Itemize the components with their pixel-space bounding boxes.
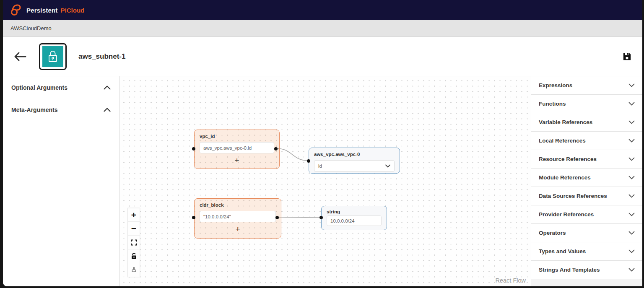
node-title: vpc_id — [195, 130, 279, 139]
accordion-data-sources-references[interactable]: Data Sources References — [531, 187, 642, 205]
resource-type-badge — [39, 43, 67, 70]
node-vpc-id[interactable]: vpc_id + — [194, 130, 280, 169]
handle-left[interactable] — [192, 147, 195, 150]
lock-icon — [42, 46, 63, 67]
node-title: aws_vpc.aws_vpc-0 — [309, 148, 400, 157]
references-panel: Expressions Functions Variable Reference… — [531, 76, 642, 286]
accordion-expressions[interactable]: Expressions — [531, 76, 642, 95]
accordion-label: Provider References — [539, 211, 594, 218]
edges-layer — [119, 76, 530, 286]
plus-icon: + — [131, 211, 136, 219]
accordion-strings-and-templates[interactable]: Strings And Templates — [531, 261, 642, 279]
chevron-down-icon — [628, 231, 635, 235]
chevron-down-icon — [628, 194, 635, 198]
arrow-left-icon — [14, 52, 26, 62]
selected-attribute: id — [318, 163, 322, 169]
handle-left[interactable] — [307, 159, 310, 163]
accordion-label: Module References — [539, 174, 591, 181]
brush-icon — [131, 267, 137, 273]
save-button[interactable] — [621, 51, 632, 62]
chevron-down-icon — [628, 268, 635, 272]
main-area: Optional Arguments Meta-Arguments vpc_id — [3, 76, 642, 286]
accordion-resource-references[interactable]: Resource References — [531, 150, 642, 169]
accordion-label: Resource References — [539, 156, 597, 162]
brand-name: Persistent — [26, 7, 58, 14]
handle-left[interactable] — [319, 216, 323, 219]
resource-header: aws_subnet-1 — [3, 37, 642, 76]
node-title: cidr_block — [195, 199, 281, 208]
arguments-panel: Optional Arguments Meta-Arguments — [3, 76, 119, 286]
toggle-interactivity-button[interactable] — [127, 249, 140, 263]
section-label: Optional Arguments — [11, 84, 68, 91]
accordion-variable-references[interactable]: Variable References — [531, 113, 642, 132]
section-optional-arguments[interactable]: Optional Arguments — [3, 76, 119, 99]
accordion-label: Strings And Templates — [539, 267, 600, 273]
chevron-down-icon — [628, 157, 635, 161]
accordion-types-and-values[interactable]: Types and Values — [531, 242, 642, 261]
accordion-provider-references[interactable]: Provider References — [531, 205, 642, 224]
zoom-in-button[interactable]: + — [127, 208, 140, 222]
chevron-down-icon — [628, 139, 635, 143]
accordion-functions[interactable]: Functions — [531, 95, 642, 113]
handle-right[interactable] — [275, 216, 279, 219]
accordion-local-references[interactable]: Local References — [531, 132, 642, 150]
chevron-down-icon — [628, 176, 635, 179]
clear-canvas-button[interactable] — [127, 263, 140, 277]
handle-left[interactable] — [192, 216, 195, 219]
add-connection-button[interactable]: + — [195, 156, 279, 165]
accordion-label: Expressions — [539, 82, 572, 88]
node-cidr-block[interactable]: cidr_block + — [194, 198, 281, 239]
app-window: Persistent PiCloud AWSCloudDemo aws_subn… — [3, 0, 642, 286]
page-title: aws_subnet-1 — [78, 52, 125, 61]
vpc-id-value-input[interactable] — [200, 142, 274, 153]
chevron-up-icon — [104, 86, 111, 90]
product-name: PiCloud — [61, 7, 85, 14]
section-meta-arguments[interactable]: Meta-Arguments — [3, 99, 119, 121]
accordion-label: Data Sources References — [539, 193, 607, 199]
cidr-block-value-input[interactable] — [200, 211, 276, 222]
node-aws-vpc-resource[interactable]: aws_vpc.aws_vpc-0 id — [309, 148, 400, 174]
chevron-down-icon — [628, 102, 635, 106]
node-title: string — [322, 206, 387, 214]
floppy-disk-icon — [622, 52, 632, 61]
section-label: Meta-Arguments — [11, 106, 57, 113]
chevron-down-icon — [628, 213, 635, 216]
fit-view-button[interactable] — [127, 236, 140, 249]
accordion-module-references[interactable]: Module References — [531, 169, 642, 187]
react-flow-attribution[interactable]: React Flow — [495, 277, 526, 284]
attribute-select[interactable]: id — [314, 160, 395, 172]
flow-controls: + − — [127, 208, 140, 277]
accordion-label: Variable References — [539, 119, 592, 125]
panel-filler — [531, 279, 642, 286]
persistent-logo-icon — [10, 3, 22, 17]
accordion-label: Types and Values — [539, 248, 586, 254]
accordion-label: Functions — [539, 101, 566, 107]
fit-view-icon — [131, 239, 137, 246]
edge-vpcid-to-resource[interactable] — [276, 148, 308, 161]
node-string[interactable]: string — [321, 206, 387, 230]
handle-right[interactable] — [274, 147, 278, 150]
top-bar: Persistent PiCloud — [3, 0, 642, 20]
flow-canvas[interactable]: vpc_id + aws_vpc.aws_vpc-0 id cid — [119, 76, 531, 286]
chevron-down-icon — [628, 83, 635, 87]
unlock-icon — [131, 253, 137, 259]
chevron-down-icon — [628, 249, 635, 253]
chevron-down-icon — [385, 164, 390, 168]
zoom-out-button[interactable]: − — [127, 222, 140, 236]
minus-icon: − — [131, 224, 136, 233]
accordion-label: Local References — [539, 138, 586, 144]
chevron-down-icon — [628, 120, 635, 124]
edge-cidr-to-string[interactable] — [277, 217, 320, 218]
add-connection-button[interactable]: + — [195, 225, 281, 234]
back-button[interactable] — [13, 49, 27, 64]
string-value-input[interactable] — [327, 215, 382, 226]
breadcrumb-project[interactable]: AWSCloudDemo — [10, 25, 52, 31]
accordion-operators[interactable]: Operators — [531, 224, 642, 242]
chevron-up-icon — [104, 108, 111, 112]
accordion-label: Operators — [539, 230, 566, 236]
breadcrumb: AWSCloudDemo — [3, 20, 642, 37]
